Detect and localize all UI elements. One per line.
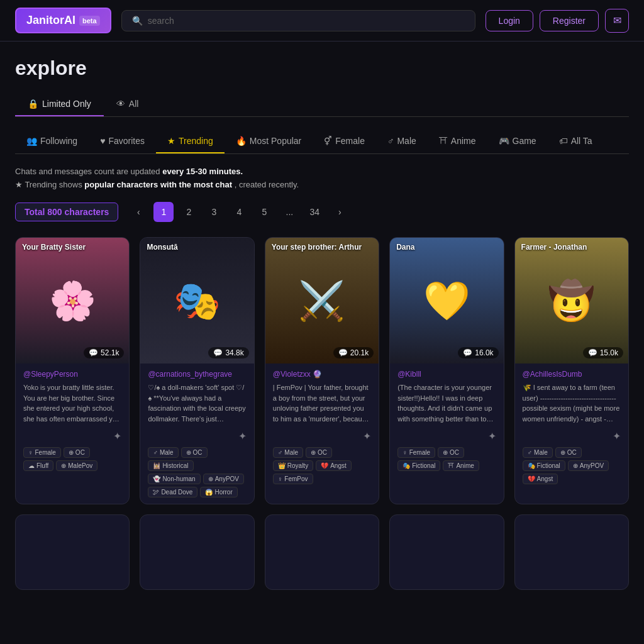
tag: ♀ FemPov — [273, 474, 313, 484]
category-tabs: 👥 Following ♥ Favorites ★ Trending 🔥 Mos… — [15, 130, 629, 154]
character-card[interactable]: 🎭 Monsutā 💬 34.8k @carnations_bythegrave… — [140, 237, 254, 504]
stat-value: 34.8k — [225, 348, 243, 357]
sparkle-icon: ✦ — [488, 430, 496, 442]
bottom-card-3[interactable] — [265, 514, 379, 590]
card-author: @SleepyPerson — [23, 370, 121, 379]
register-button[interactable]: Register — [540, 10, 599, 31]
card-body: @carnations_bythegrave ♡/♠ a doll-makers… — [140, 364, 253, 504]
tag-icon: 💔 — [528, 475, 535, 482]
card-image: ⚔️ Your step brother: Arthur 💬 20.1k — [265, 238, 379, 364]
tag-label: Fictional — [537, 462, 560, 469]
card-image: 🤠 Farmer - Jonathan 💬 15.0k — [515, 238, 628, 364]
favorites-label: Favorites — [108, 136, 145, 146]
character-card[interactable]: 🤠 Farmer - Jonathan 💬 15.0k @AchillesIsD… — [514, 237, 629, 504]
tab-trending[interactable]: ★ Trending — [156, 130, 225, 153]
anime-icon: ⛩ — [439, 136, 448, 146]
tag: ♀ Female — [23, 447, 61, 458]
game-icon: 🎮 — [499, 136, 509, 146]
page-button-1[interactable]: 1 — [153, 202, 174, 222]
tag-label: Anime — [456, 462, 474, 469]
tag-icon: ♀ — [402, 449, 408, 456]
tag: ⊕ AnyPOV — [568, 460, 609, 471]
tab-following[interactable]: 👥 Following — [15, 130, 89, 153]
stat-value: 15.0k — [600, 348, 618, 357]
next-page-button[interactable]: › — [330, 202, 350, 222]
card-title-overlay: Your step brother: Arthur — [272, 243, 362, 252]
sparkle-icon: ✦ — [113, 430, 121, 442]
tab-female[interactable]: ⚥ Female — [313, 130, 376, 153]
card-stat: 💬 15.0k — [583, 347, 623, 358]
card-author: @Kiblll — [397, 370, 496, 379]
total-label: Total — [25, 207, 45, 217]
tab-most-popular[interactable]: 🔥 Most Popular — [225, 130, 313, 153]
main-content: explore 🔒 Limited Only 👁 All 👥 Following… — [0, 42, 644, 590]
character-card[interactable]: ⚔️ Your step brother: Arthur 💬 20.1k @Vi… — [265, 237, 379, 504]
bottom-card-2[interactable] — [140, 514, 254, 590]
card-sparkle: ✦ — [273, 430, 371, 442]
page-button-5[interactable]: 5 — [254, 202, 274, 222]
page-button-2[interactable]: 2 — [179, 202, 199, 222]
tab-all-tags[interactable]: 🏷 All Ta — [548, 130, 604, 153]
tab-all[interactable]: 👁 All — [104, 92, 152, 116]
tag-icon: 😱 — [205, 489, 213, 496]
male-icon: ♂ — [387, 136, 394, 146]
card-image: 💛 Dana 💬 16.0k — [390, 238, 503, 364]
tag-icon: ♂ — [278, 449, 283, 456]
characters-grid: 🌸 Your Bratty Sister 💬 52.1k @SleepyPers… — [15, 237, 629, 504]
character-card[interactable]: 💛 Dana 💬 16.0k @Kiblll (The character is… — [389, 237, 504, 504]
bottom-card-1[interactable] — [15, 514, 130, 590]
card-title-overlay: Dana — [396, 243, 414, 252]
trending-icon: ★ — [167, 136, 175, 146]
page-button-4[interactable]: 4 — [229, 202, 249, 222]
page-button-3[interactable]: 3 — [204, 202, 224, 222]
login-button[interactable]: Login — [486, 10, 533, 31]
page-button-34[interactable]: 34 — [304, 202, 325, 222]
tag-label: Fluff — [36, 462, 48, 469]
tag-icon: ⊕ — [61, 462, 66, 469]
tag-label: AnyPOV — [580, 462, 604, 469]
female-label: Female — [335, 136, 365, 146]
bottom-card-5[interactable] — [514, 514, 629, 590]
female-icon: ⚥ — [324, 136, 332, 146]
card-description: Yoko is your bratty little sister. You a… — [23, 382, 121, 424]
tab-anime[interactable]: ⛩ Anime — [428, 130, 487, 153]
card-author: @Violetzxx 🔮 — [273, 370, 371, 379]
search-icon: 🔍 — [132, 16, 143, 26]
tag: ♂ Male — [148, 447, 178, 458]
info-bold-1: every 15-30 minutes. — [162, 167, 243, 176]
tag-label: Female — [409, 449, 430, 456]
sparkle-icon: ✦ — [613, 430, 621, 442]
tag: 💔 Angst — [523, 474, 558, 484]
tab-game[interactable]: 🎮 Game — [487, 130, 548, 153]
card-body: @AchillesIsDumb 🌾 I sent away to a farm … — [515, 364, 628, 491]
prev-page-button[interactable]: ‹ — [128, 202, 148, 222]
bottom-card-4[interactable] — [389, 514, 504, 590]
tag-icon: ♂ — [528, 449, 533, 456]
tag-icon: ♀ — [278, 475, 283, 482]
search-input[interactable] — [148, 16, 465, 26]
card-description: ♡/♠ a doll-makers 'soft' spot ♡/♠ **You'… — [148, 382, 246, 424]
tab-favorites[interactable]: ♥ Favorites — [89, 130, 156, 153]
tag-icon: ⊕ — [573, 462, 578, 469]
tag: 💔 Angst — [316, 460, 352, 471]
tag-label: Non-human — [162, 475, 195, 482]
chat-icon: 💬 — [463, 348, 472, 357]
card-body: @Violetzxx 🔮 | FemPov | Your father, bro… — [265, 364, 379, 491]
message-button[interactable]: ✉ — [605, 9, 629, 33]
popular-icon: 🔥 — [236, 136, 247, 146]
card-tags: ♂ Male ⊕ OC 👑 Royalty 💔 Angst ♀ FemPov — [273, 447, 371, 484]
logo-button[interactable]: JanitorAI beta — [15, 8, 111, 33]
tag-label: Male — [534, 449, 548, 456]
tag-label: Male — [160, 449, 174, 456]
tag: ⊕ OC — [306, 447, 332, 458]
tag-label: OC — [75, 449, 85, 456]
chat-icon: 💬 — [89, 348, 98, 357]
tab-limited-only[interactable]: 🔒 Limited Only — [15, 92, 104, 116]
card-stat: 💬 16.0k — [458, 347, 498, 358]
tag: ⊕ OC — [181, 447, 208, 458]
character-card[interactable]: 🌸 Your Bratty Sister 💬 52.1k @SleepyPers… — [15, 237, 130, 504]
tag-icon: ⊕ — [560, 449, 565, 456]
tab-male[interactable]: ♂ Male — [376, 130, 428, 153]
tag-icon: 🎭 — [402, 462, 410, 469]
info-line1: Chats and messages count are updated eve… — [15, 167, 629, 176]
